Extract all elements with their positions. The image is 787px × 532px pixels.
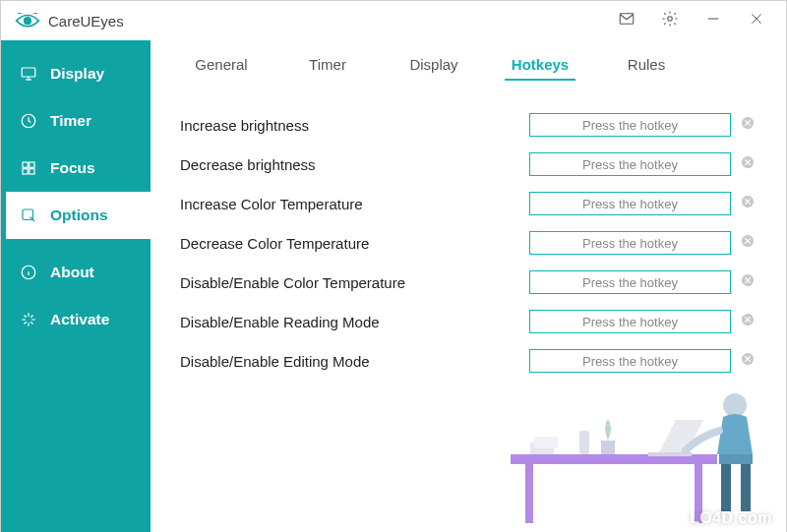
svg-rect-11: [30, 162, 34, 167]
feedback-button[interactable]: [605, 1, 648, 40]
sidebar-item-label: Timer: [50, 112, 91, 130]
titlebar: CareUEyes: [1, 1, 786, 40]
sidebar-item-label: Options: [50, 207, 108, 224]
sidebar-item-display[interactable]: Display: [1, 50, 151, 97]
hotkey-row: Disable/Enable Editing Mode Press the ho…: [180, 341, 757, 381]
hotkey-input[interactable]: Press the hotkey: [529, 192, 731, 215]
clear-icon: [741, 352, 755, 370]
hotkey-label: Disable/Enable Color Temperature: [180, 274, 529, 291]
tab-hotkeys[interactable]: Hotkeys: [487, 44, 593, 87]
clear-icon: [741, 155, 755, 173]
options-icon: [19, 206, 38, 225]
sidebar-item-timer[interactable]: Timer: [1, 97, 151, 145]
svg-marker-28: [658, 420, 703, 454]
clear-icon: [741, 195, 755, 212]
hotkey-input[interactable]: Press the hotkey: [529, 152, 731, 176]
clock-icon: [19, 111, 38, 131]
sidebar: Display Timer Focus Options About Acti: [1, 40, 151, 532]
tab-label: General: [195, 56, 247, 73]
svg-rect-32: [579, 431, 589, 454]
clear-icon: [741, 116, 755, 134]
sidebar-item-focus[interactable]: Focus: [1, 145, 151, 192]
sidebar-item-label: Display: [50, 65, 104, 83]
options-tabs: General Timer Display Hotkeys Rules: [151, 40, 786, 88]
clear-icon: [741, 313, 755, 330]
hotkey-input[interactable]: Press the hotkey: [529, 310, 731, 333]
hotkey-row: Disable/Enable Reading Mode Press the ho…: [180, 302, 757, 341]
clear-hotkey-button[interactable]: [739, 313, 757, 330]
tab-rules[interactable]: Rules: [593, 44, 699, 87]
clear-hotkey-button[interactable]: [739, 195, 757, 212]
hotkey-input[interactable]: Press the hotkey: [529, 270, 731, 294]
svg-point-0: [24, 17, 31, 25]
sidebar-item-about[interactable]: About: [1, 249, 151, 296]
clear-icon: [741, 273, 755, 291]
hotkey-row: Disable/Enable Color Temperature Press t…: [180, 263, 757, 302]
sidebar-item-activate[interactable]: Activate: [1, 296, 151, 343]
tab-label: Rules: [628, 56, 665, 73]
hotkey-label: Increase Color Temperature: [180, 196, 529, 212]
svg-rect-37: [741, 464, 751, 511]
minimize-icon: [704, 10, 722, 31]
clear-hotkey-button[interactable]: [739, 116, 757, 134]
svg-rect-12: [23, 169, 28, 174]
svg-rect-1: [620, 14, 634, 25]
svg-point-2: [668, 17, 673, 22]
sidebar-item-options[interactable]: Options: [1, 192, 151, 239]
hotkey-row: Increase Color Temperature Press the hot…: [180, 184, 757, 223]
svg-rect-10: [23, 162, 28, 167]
svg-rect-6: [22, 68, 35, 77]
grid-icon: [19, 158, 38, 178]
mail-icon: [618, 10, 636, 31]
tab-display[interactable]: Display: [381, 44, 487, 87]
hotkey-label: Decrease brightness: [180, 156, 529, 173]
hotkey-row: Decrease Color Temperature Press the hot…: [180, 223, 757, 263]
svg-rect-13: [30, 169, 34, 174]
hotkey-label: Disable/Enable Reading Mode: [180, 314, 529, 330]
clear-hotkey-button[interactable]: [739, 273, 757, 291]
sidebar-item-label: Focus: [50, 159, 95, 177]
sidebar-item-label: Activate: [50, 311, 109, 328]
svg-rect-31: [534, 437, 558, 448]
tab-timer[interactable]: Timer: [274, 44, 381, 87]
settings-button[interactable]: [648, 1, 692, 40]
clear-icon: [741, 234, 755, 252]
hotkeys-list: Increase brightness Press the hotkey Dec…: [151, 88, 786, 381]
hotkey-input[interactable]: Press the hotkey: [529, 113, 731, 137]
svg-rect-25: [511, 454, 717, 464]
tab-general[interactable]: General: [168, 44, 274, 87]
clear-hotkey-button[interactable]: [739, 234, 757, 252]
app-window: CareUEyes Display Timer: [0, 0, 787, 532]
hotkey-label: Increase brightness: [180, 117, 529, 134]
minimize-button[interactable]: [692, 1, 735, 40]
app-logo: CareUEyes: [15, 8, 124, 33]
hotkey-input[interactable]: Press the hotkey: [529, 231, 731, 255]
activate-icon: [19, 310, 38, 329]
svg-rect-30: [530, 443, 554, 454]
close-button[interactable]: [735, 1, 778, 40]
svg-point-34: [723, 393, 747, 417]
hotkey-row: Increase brightness Press the hotkey: [180, 105, 757, 145]
svg-rect-26: [525, 464, 533, 523]
app-title: CareUEyes: [48, 13, 124, 30]
tab-label: Timer: [309, 56, 346, 73]
tab-label: Hotkeys: [512, 56, 569, 73]
monitor-icon: [19, 64, 38, 84]
tab-label: Display: [409, 56, 457, 73]
gear-icon: [661, 10, 679, 31]
close-icon: [749, 11, 764, 30]
hotkey-label: Disable/Enable Editing Mode: [180, 353, 529, 370]
hotkey-input[interactable]: Press the hotkey: [529, 349, 731, 373]
clear-hotkey-button[interactable]: [739, 155, 757, 173]
clear-hotkey-button[interactable]: [739, 352, 757, 370]
watermark-text: LO4D.com: [690, 509, 772, 527]
hotkey-row: Decrease brightness Press the hotkey: [180, 145, 757, 184]
svg-rect-29: [648, 452, 692, 456]
svg-rect-33: [601, 441, 615, 454]
info-icon: [19, 263, 38, 282]
svg-rect-36: [721, 464, 731, 511]
main-panel: General Timer Display Hotkeys Rules Incr…: [151, 40, 786, 532]
svg-rect-27: [695, 464, 702, 523]
eye-logo-icon: [15, 8, 40, 33]
sidebar-item-label: About: [50, 264, 94, 281]
